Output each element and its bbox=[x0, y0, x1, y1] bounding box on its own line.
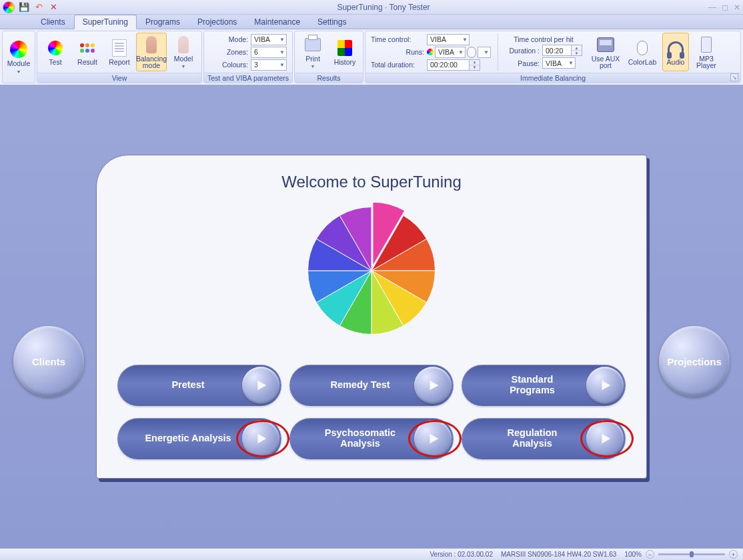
time-control-combo[interactable]: VIBA▼ bbox=[427, 34, 470, 45]
window-title: SuperTuning · Tony Tester bbox=[59, 3, 708, 12]
tab-programs[interactable]: Programs bbox=[137, 15, 189, 29]
maximize-button[interactable]: ◻ bbox=[722, 3, 728, 12]
ribbon-tabs: Clients SuperTuning Programs Projections… bbox=[0, 15, 743, 29]
zoom-out-button[interactable]: − bbox=[646, 550, 654, 559]
color-wheel-icon bbox=[427, 49, 434, 55]
mode-label: Mode: bbox=[209, 35, 248, 43]
regulation-analysis-button[interactable]: Regulation Analysis bbox=[462, 418, 626, 459]
qat-undo-button[interactable]: ↶ bbox=[33, 2, 44, 13]
mode-combo[interactable]: VIBA▼ bbox=[251, 34, 287, 45]
module-button[interactable]: Module▼ bbox=[5, 38, 32, 77]
body-icon bbox=[178, 36, 189, 53]
group-immediate-title: Immediate Balancing bbox=[365, 73, 740, 83]
view-result-button[interactable]: Result bbox=[72, 33, 103, 71]
tab-projections[interactable]: Projections bbox=[189, 15, 245, 29]
zones-label: Zones: bbox=[209, 48, 248, 56]
zones-combo[interactable]: 6▼ bbox=[251, 47, 287, 58]
group-results-title: Results bbox=[295, 73, 363, 83]
pause-label: Pause: bbox=[505, 59, 540, 67]
view-test-button[interactable]: Test bbox=[40, 33, 71, 71]
welcome-heading: Welcome to SuperTuning bbox=[111, 173, 632, 191]
welcome-panel: Welcome to SuperTuning Pretest Remedy Te… bbox=[96, 155, 647, 479]
dots-icon bbox=[80, 43, 95, 53]
duration-label: Duration : bbox=[505, 47, 540, 55]
color-wheel-icon bbox=[48, 41, 63, 55]
total-duration-field[interactable]: 00:20:00 bbox=[427, 59, 470, 71]
runs-label: Runs: bbox=[371, 48, 424, 56]
minimize-button[interactable]: — bbox=[708, 3, 716, 12]
mouse-icon bbox=[467, 47, 476, 58]
duration-field[interactable]: 00:20 bbox=[542, 45, 572, 56]
play-icon bbox=[242, 367, 279, 404]
mp3-icon bbox=[701, 37, 712, 53]
pretest-button[interactable]: Pretest bbox=[117, 365, 281, 406]
port-icon bbox=[597, 37, 614, 52]
projections-nav-button[interactable]: Projections bbox=[659, 326, 730, 397]
energetic-analysis-button[interactable]: Energetic Analysis bbox=[117, 418, 281, 459]
report-icon bbox=[112, 39, 127, 57]
zoom-in-button[interactable]: + bbox=[729, 550, 738, 559]
group-params-title: Test and VIBA parameters bbox=[204, 73, 292, 83]
app-orb-icon[interactable] bbox=[3, 1, 15, 13]
qat-save-button[interactable]: 💾 bbox=[19, 2, 29, 13]
remedy-test-button[interactable]: Remedy Test bbox=[289, 365, 454, 406]
play-icon bbox=[242, 420, 279, 457]
zoom-level: 100% bbox=[624, 551, 642, 558]
status-version: Version : 02.03.00.02 bbox=[430, 551, 493, 558]
body-icon bbox=[146, 36, 157, 53]
color-wheel-icon bbox=[10, 41, 27, 58]
qat-close-button[interactable]: ✕ bbox=[48, 2, 59, 13]
standard-programs-button[interactable]: Standard Programs bbox=[462, 365, 626, 406]
play-icon bbox=[414, 367, 452, 404]
total-duration-label: Total duration: bbox=[371, 61, 424, 69]
time-control-label: Time control: bbox=[371, 35, 424, 43]
group-view-title: View bbox=[37, 73, 201, 83]
audio-button[interactable]: Audio bbox=[662, 33, 689, 71]
group-immediate-launcher[interactable]: ↘ bbox=[730, 73, 738, 81]
psychosomatic-analysis-button[interactable]: Psychosomatic Analysis bbox=[289, 418, 454, 459]
play-icon bbox=[414, 420, 452, 457]
use-aux-port-button[interactable]: Use AUX port bbox=[589, 33, 622, 71]
tab-maintenance[interactable]: Maintenance bbox=[245, 15, 309, 29]
mouse-icon bbox=[637, 41, 648, 55]
print-button[interactable]: Print▼ bbox=[297, 33, 328, 71]
duration-spinner[interactable]: ▲▼ bbox=[572, 45, 582, 56]
view-model-button[interactable]: Model▼ bbox=[168, 33, 199, 71]
colorlab-button[interactable]: ColorLab bbox=[626, 33, 658, 71]
view-balancing-mode-button[interactable]: Balancing mode bbox=[136, 33, 167, 71]
total-duration-spinner[interactable]: ▲▼ bbox=[470, 59, 480, 71]
history-icon bbox=[337, 40, 352, 56]
time-per-hit-label: Time control per hit bbox=[514, 35, 573, 43]
play-icon bbox=[586, 420, 624, 457]
pause-combo[interactable]: VIBA▼ bbox=[542, 57, 576, 69]
colours-label: Colours: bbox=[209, 61, 248, 69]
history-button[interactable]: History bbox=[329, 33, 360, 71]
zoom-slider[interactable] bbox=[658, 553, 725, 555]
headphones-icon bbox=[668, 41, 684, 55]
colours-combo[interactable]: 3▼ bbox=[251, 59, 287, 71]
mp3-player-button[interactable]: MP3 Player bbox=[693, 33, 720, 71]
status-device: MARSIII SN0906-184 HW4.20 SW1.63 bbox=[501, 551, 616, 558]
clients-nav-button[interactable]: Clients bbox=[13, 326, 84, 397]
tab-supertuning[interactable]: SuperTuning bbox=[74, 15, 137, 29]
play-icon bbox=[586, 367, 624, 404]
view-report-button[interactable]: Report bbox=[104, 33, 135, 71]
tab-settings[interactable]: Settings bbox=[309, 15, 355, 29]
close-button[interactable]: ✕ bbox=[734, 3, 740, 12]
printer-icon bbox=[305, 38, 321, 51]
runs-extra-combo[interactable]: ▼ bbox=[478, 47, 491, 58]
color-wheel-icon bbox=[301, 201, 442, 341]
runs-combo[interactable]: VIBA▼ bbox=[435, 47, 466, 58]
tab-clients[interactable]: Clients bbox=[32, 15, 74, 29]
